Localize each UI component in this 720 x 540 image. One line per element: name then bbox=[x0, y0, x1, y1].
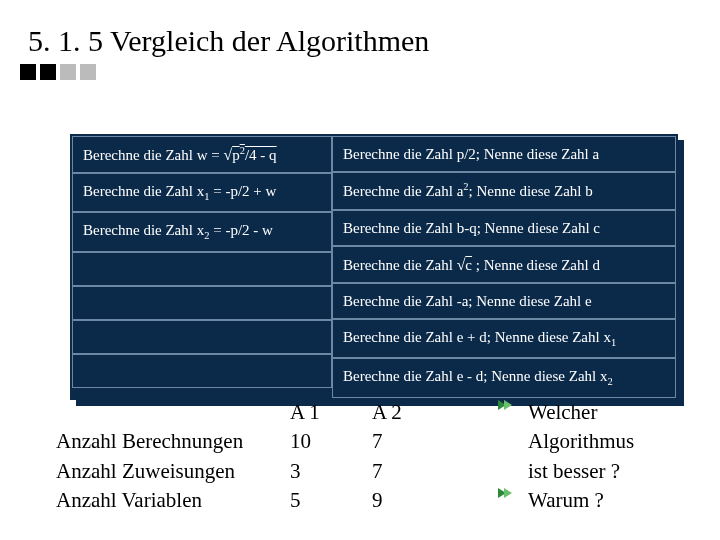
algorithm-table: Berechne die Zahl w = √p2/4 - q Berechne… bbox=[70, 134, 678, 400]
alg-step: Berechne die Zahl √c ; Nenne diese Zahl … bbox=[332, 246, 676, 283]
slide: 5. 1. 5 Vergleich der Algorithmen Berech… bbox=[0, 0, 720, 540]
empty-cell bbox=[72, 252, 332, 286]
metric-label: Anzahl Zuweisungen bbox=[56, 457, 290, 486]
question-text: Algorithmus bbox=[528, 429, 634, 453]
empty-cell bbox=[72, 320, 332, 354]
question-text: Warum ? bbox=[528, 488, 604, 512]
slide-title: 5. 1. 5 Vergleich der Algorithmen bbox=[28, 24, 429, 58]
alg-step: Berechne die Zahl a2; Nenne diese Zahl b bbox=[332, 172, 676, 209]
bullet-icon bbox=[496, 486, 514, 500]
square-icon bbox=[80, 64, 96, 80]
question-line: ist besser ? bbox=[528, 457, 634, 486]
metric-value: 7 bbox=[372, 457, 454, 486]
algorithm-col-a2: Berechne die Zahl p/2; Nenne diese Zahl … bbox=[332, 136, 676, 398]
question-line: Welcher bbox=[528, 398, 634, 427]
question-text: Welcher bbox=[528, 400, 597, 424]
square-icon bbox=[40, 64, 56, 80]
alg-step: Berechne die Zahl e + d; Nenne diese Zah… bbox=[332, 319, 676, 358]
decorative-squares bbox=[20, 64, 96, 80]
metrics-col-a1: A 1 10 3 5 bbox=[290, 398, 372, 516]
bullet-icon bbox=[496, 398, 514, 412]
alg-step: Berechne die Zahl e - d; Nenne diese Zah… bbox=[332, 358, 676, 397]
empty-cell bbox=[72, 354, 332, 388]
metric-value: 5 bbox=[290, 486, 372, 515]
metric-value: 10 bbox=[290, 427, 372, 456]
square-icon bbox=[20, 64, 36, 80]
alg-step: Berechne die Zahl p/2; Nenne diese Zahl … bbox=[332, 136, 676, 172]
alg-step: Berechne die Zahl x1 = -p/2 + w bbox=[72, 173, 332, 212]
alg-step: Berechne die Zahl -a; Nenne diese Zahl e bbox=[332, 283, 676, 319]
algorithm-col-a1: Berechne die Zahl w = √p2/4 - q Berechne… bbox=[72, 136, 332, 398]
metric-value: 7 bbox=[372, 427, 454, 456]
metrics-labels: Anzahl Berechnungen Anzahl Zuweisungen A… bbox=[56, 398, 290, 516]
spacer bbox=[56, 398, 290, 427]
alg-step: Berechne die Zahl x2 = -p/2 - w bbox=[72, 212, 332, 251]
alg-step: Berechne die Zahl w = √p2/4 - q bbox=[72, 136, 332, 173]
square-icon bbox=[60, 64, 76, 80]
metrics-block: Anzahl Berechnungen Anzahl Zuweisungen A… bbox=[56, 398, 454, 516]
metric-value: 9 bbox=[372, 486, 454, 515]
question-line: Warum ? bbox=[528, 486, 634, 515]
col-head: A 1 bbox=[290, 398, 372, 427]
question-block: Welcher Algorithmus ist besser ? Warum ? bbox=[528, 398, 634, 516]
empty-cell bbox=[72, 286, 332, 320]
col-head: A 2 bbox=[372, 398, 454, 427]
metric-value: 3 bbox=[290, 457, 372, 486]
alg-step: Berechne die Zahl b-q; Nenne diese Zahl … bbox=[332, 210, 676, 246]
question-text: ist besser ? bbox=[528, 459, 620, 483]
question-line: Algorithmus bbox=[528, 427, 634, 456]
metric-label: Anzahl Berechnungen bbox=[56, 427, 290, 456]
metrics-col-a2: A 2 7 7 9 bbox=[372, 398, 454, 516]
metric-label: Anzahl Variablen bbox=[56, 486, 290, 515]
